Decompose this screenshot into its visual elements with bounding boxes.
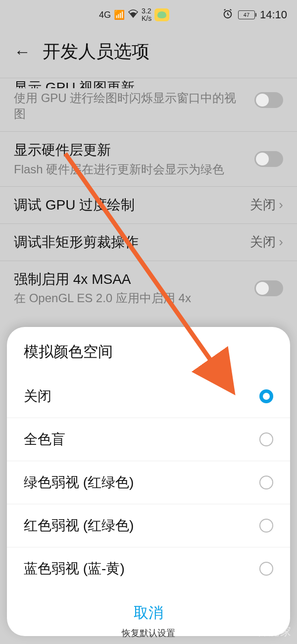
chevron-right-icon: ›	[279, 234, 283, 250]
setting-title: 显示硬件层更新	[14, 141, 245, 160]
radio-icon[interactable]	[259, 476, 273, 489]
option-off[interactable]: 关闭	[7, 372, 290, 418]
toggle-switch[interactable]	[254, 151, 283, 167]
radio-icon[interactable]	[259, 519, 273, 533]
option-label: 绿色弱视 (红绿色)	[24, 473, 134, 492]
color-space-modal: 模拟颜色空间 关闭 全色盲 绿色弱视 (红绿色) 红色弱视 (红绿色) 蓝色弱视…	[7, 327, 290, 636]
toggle-switch[interactable]	[254, 92, 283, 108]
setting-title: 调试 GPU 过度绘制	[14, 196, 240, 215]
page-header: ← 开发人员选项	[0, 30, 297, 78]
option-label: 红色弱视 (红绿色)	[24, 516, 134, 535]
status-bar: 4G 📶 3.2 K/s 47 14:10	[0, 0, 297, 30]
network-4g-label: 4G	[99, 10, 111, 20]
option-label: 关闭	[24, 387, 51, 406]
radio-icon[interactable]	[259, 432, 273, 446]
app-notification-icon	[154, 8, 169, 21]
reset-defaults-label: 恢复默认设置	[0, 627, 297, 639]
option-label: 蓝色弱视 (蓝-黄)	[24, 559, 125, 578]
setting-title: 强制启用 4x MSAA	[14, 270, 245, 289]
setting-title: 调试非矩形剪裁操作	[14, 233, 240, 252]
wifi-icon	[128, 9, 139, 21]
option-list: 关闭 全色盲 绿色弱视 (红绿色) 红色弱视 (红绿色) 蓝色弱视 (蓝-黄)	[7, 372, 290, 590]
watermark: 智能家	[256, 624, 292, 639]
signal-icon: 📶	[114, 9, 125, 20]
net-speed: 3.2 K/s	[142, 7, 151, 23]
option-tritanomaly[interactable]: 蓝色弱视 (蓝-黄)	[7, 547, 290, 590]
radio-selected-icon[interactable]	[259, 389, 273, 403]
setting-desc: 在 OpenGL ES 2.0 应用中启用 4x	[14, 290, 245, 306]
setting-gpu-overdraw[interactable]: 调试 GPU 过度绘制 关闭 ›	[0, 187, 297, 224]
option-deuteranomaly[interactable]: 绿色弱视 (红绿色)	[7, 461, 290, 504]
setting-value: 关闭	[250, 196, 276, 214]
radio-icon[interactable]	[259, 562, 273, 576]
setting-4x-msaa[interactable]: 强制启用 4x MSAA 在 OpenGL ES 2.0 应用中启用 4x	[0, 261, 297, 316]
toggle-switch[interactable]	[254, 280, 283, 296]
battery-icon: 47	[238, 10, 255, 19]
setting-desc: 使用 GPU 进行绘图时闪烁显示窗口中的视图	[14, 90, 245, 122]
modal-title: 模拟颜色空间	[7, 339, 290, 372]
status-left: 4G 📶 3.2 K/s	[99, 7, 169, 23]
page-title: 开发人员选项	[43, 40, 149, 64]
back-button[interactable]: ←	[14, 42, 31, 61]
setting-desc: Flash 硬件层在进行更新时会显示为绿色	[14, 161, 245, 177]
setting-nonrect-clip[interactable]: 调试非矩形剪裁操作 关闭 ›	[0, 224, 297, 261]
cancel-button[interactable]: 取消	[7, 590, 290, 627]
option-monochromacy[interactable]: 全色盲	[7, 418, 290, 461]
status-time: 14:10	[260, 8, 287, 21]
chevron-right-icon: ›	[279, 197, 283, 213]
option-label: 全色盲	[24, 430, 65, 449]
settings-list: 显示 GPU 视图更新 使用 GPU 进行绘图时闪烁显示窗口中的视图 显示硬件层…	[0, 78, 297, 316]
setting-hw-layer-updates[interactable]: 显示硬件层更新 Flash 硬件层在进行更新时会显示为绿色	[0, 132, 297, 187]
setting-gpu-view-updates[interactable]: 显示 GPU 视图更新 使用 GPU 进行绘图时闪烁显示窗口中的视图	[0, 78, 297, 132]
status-right: 47 14:10	[222, 8, 287, 22]
option-protanomaly[interactable]: 红色弱视 (红绿色)	[7, 504, 290, 547]
setting-title: 显示 GPU 视图更新	[14, 78, 245, 88]
alarm-icon	[222, 8, 233, 22]
setting-value: 关闭	[250, 233, 276, 251]
